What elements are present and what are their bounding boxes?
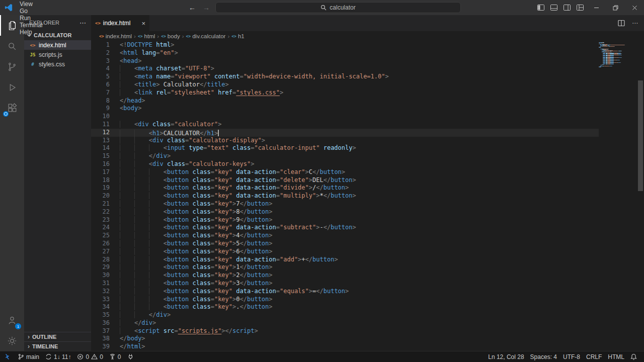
close-window-icon[interactable] bbox=[625, 0, 644, 15]
notifications[interactable] bbox=[627, 351, 640, 362]
toggle-secondary-sidebar-icon[interactable] bbox=[560, 0, 574, 15]
breadcrumb-html[interactable]: <>html bbox=[138, 33, 155, 39]
code-line-11[interactable]: 11 <div class="calculator"> bbox=[91, 121, 599, 129]
token: button bbox=[167, 288, 189, 295]
code-line-21[interactable]: 21 <button class="key">7</button> bbox=[91, 200, 599, 208]
code-line-37[interactable]: 37 <script src="scripts.js"></script> bbox=[91, 327, 599, 335]
code-line-39[interactable]: 39</html> bbox=[91, 343, 599, 351]
code-line-34[interactable]: 34 <button class="key">.</button> bbox=[91, 303, 599, 311]
line-content: </body> bbox=[110, 335, 145, 343]
editor-more-actions-icon[interactable]: ⋯ bbox=[632, 20, 638, 27]
toggle-sidebar-icon[interactable] bbox=[534, 0, 547, 15]
code-line-24[interactable]: 24 <button class="key" data-action="subt… bbox=[91, 224, 599, 232]
breadcrumb-h1[interactable]: <>h1 bbox=[231, 33, 244, 39]
command-center-search[interactable]: calculator bbox=[215, 2, 461, 13]
token: html bbox=[127, 343, 141, 350]
token: < bbox=[164, 303, 167, 310]
editor-scrollbar[interactable] bbox=[637, 41, 644, 351]
section-outline[interactable]: ›OUTLINE bbox=[24, 332, 91, 341]
code-line-26[interactable]: 26 <button class="key">5</button> bbox=[91, 240, 599, 248]
scrollbar-thumb[interactable] bbox=[638, 80, 643, 191]
code-line-6[interactable]: 6 <title> Calculator</title> bbox=[91, 81, 599, 89]
problems-status[interactable]: 0 0 bbox=[74, 351, 106, 362]
code-line-38[interactable]: 38</body> bbox=[91, 335, 599, 343]
code-line-1[interactable]: 1<!DOCTYPE html> bbox=[91, 41, 599, 49]
source-control-icon[interactable] bbox=[0, 56, 24, 77]
cursor-position[interactable]: Ln 12, Col 28 bbox=[485, 351, 527, 362]
menu-go[interactable]: Go bbox=[16, 8, 48, 15]
code-line-19[interactable]: 19 <button class="key" data-action="divi… bbox=[91, 184, 599, 192]
code-line-20[interactable]: 20 <button class="key" data-action="mult… bbox=[91, 192, 599, 200]
explorer-actions-icon[interactable]: ⋯ bbox=[79, 19, 86, 27]
breadcrumb-body[interactable]: <>body bbox=[161, 33, 180, 39]
nav-back-icon[interactable]: ← bbox=[187, 4, 197, 12]
code-line-13[interactable]: 13 <div class="calculator-display"> bbox=[91, 137, 599, 145]
code-line-14[interactable]: 14 <input type="text" class="calculator-… bbox=[91, 144, 599, 152]
code-line-8[interactable]: 8</head> bbox=[91, 97, 599, 105]
breadcrumb-div.calculator[interactable]: <>div.calculator bbox=[186, 33, 226, 39]
code-line-32[interactable]: 32 <button class="key" data-action="equa… bbox=[91, 288, 599, 296]
encoding[interactable]: UTF-8 bbox=[560, 351, 583, 362]
language-mode[interactable]: HTML bbox=[605, 351, 627, 362]
tab-index-html[interactable]: <> index.html × bbox=[91, 15, 149, 31]
menu-view[interactable]: View bbox=[16, 1, 48, 8]
settings-gear-icon[interactable] bbox=[0, 330, 24, 351]
accounts-icon[interactable]: 1 bbox=[0, 310, 24, 330]
code-line-7[interactable]: 7 <link rel="stylesheet" href="styles.cs… bbox=[91, 89, 599, 97]
code-line-18[interactable]: 18 <button class="key" data-action="dele… bbox=[91, 176, 599, 185]
remote-indicator[interactable] bbox=[0, 351, 15, 362]
code-line-4[interactable]: 4 <meta charset="UTF-8"> bbox=[91, 65, 599, 73]
indentation[interactable]: Spaces: 4 bbox=[527, 351, 560, 362]
ports-status[interactable]: 0 bbox=[106, 351, 124, 362]
extensions-icon[interactable] bbox=[0, 98, 24, 118]
live-server-status[interactable] bbox=[124, 351, 137, 362]
code-line-33[interactable]: 33 <button class="key">0</button> bbox=[91, 296, 599, 304]
file-index.html[interactable]: <>index.html bbox=[24, 40, 91, 50]
code-line-2[interactable]: 2<html lang="en"> bbox=[91, 49, 599, 57]
token: > bbox=[269, 303, 272, 310]
code-line-9[interactable]: 9<body> bbox=[91, 105, 599, 113]
file-scripts.js[interactable]: JSscripts.js bbox=[24, 50, 91, 59]
code-line-12[interactable]: 12 <h1>CALCULATOR</h1> bbox=[91, 129, 599, 137]
eol-sequence[interactable]: CRLF bbox=[583, 351, 605, 362]
token: meta bbox=[138, 65, 152, 72]
split-editor-icon[interactable] bbox=[618, 20, 625, 27]
nav-forward-icon[interactable]: → bbox=[201, 4, 211, 12]
code-line-22[interactable]: 22 <button class="key">8</button> bbox=[91, 208, 599, 216]
restore-icon[interactable] bbox=[606, 0, 625, 15]
sync-status[interactable]: 1↓ 11↑ bbox=[42, 351, 74, 362]
code-line-29[interactable]: 29 <button class="key">1</button> bbox=[91, 263, 599, 272]
customize-layout-icon[interactable] bbox=[574, 0, 587, 15]
code-line-10[interactable]: 10 bbox=[91, 113, 599, 121]
code-line-16[interactable]: 16 <div class="calculator-keys"> bbox=[91, 160, 599, 168]
code-line-27[interactable]: 27 <button class="key">6</button> bbox=[91, 248, 599, 256]
code-editor[interactable]: 1<!DOCTYPE html>2<html lang="en">3<head>… bbox=[91, 41, 644, 351]
status-bar: main 1↓ 11↑ 0 0 0 Ln 12, Col 28 Spaces bbox=[0, 351, 644, 362]
code-line-35[interactable]: 35 </div> bbox=[91, 311, 599, 319]
token bbox=[189, 176, 192, 184]
code-line-17[interactable]: 17 <button class="key" data-action="clea… bbox=[91, 168, 599, 176]
code-line-23[interactable]: 23 <button class="key">9</button> bbox=[91, 216, 599, 224]
run-debug-icon[interactable] bbox=[0, 77, 24, 98]
code-line-28[interactable]: 28 <button class="key" data-action="add"… bbox=[91, 256, 599, 264]
toggle-panel-icon[interactable] bbox=[547, 0, 560, 15]
code-line-25[interactable]: 25 <button class="key">4</button> bbox=[91, 232, 599, 240]
code-line-5[interactable]: 5 <meta name="viewport" content="width=d… bbox=[91, 73, 599, 81]
minimize-icon[interactable] bbox=[587, 0, 606, 15]
minimap[interactable] bbox=[599, 42, 637, 68]
branch-status[interactable]: main bbox=[15, 351, 42, 362]
code-line-30[interactable]: 30 <button class="key">2</button> bbox=[91, 272, 599, 280]
search-view-icon[interactable] bbox=[0, 36, 24, 56]
token: = bbox=[156, 49, 159, 56]
file-styles.css[interactable]: #styles.css bbox=[24, 59, 91, 69]
code-line-31[interactable]: 31 <button class="key">3</button> bbox=[91, 280, 599, 288]
tab-close-icon[interactable]: × bbox=[141, 20, 145, 27]
breadcrumb-index.html[interactable]: <>index.html bbox=[99, 33, 132, 39]
code-line-15[interactable]: 15 </div> bbox=[91, 152, 599, 160]
code-line-3[interactable]: 3<head> bbox=[91, 57, 599, 65]
section-timeline[interactable]: ›TIMELINE bbox=[24, 341, 91, 351]
code-line-36[interactable]: 36 </div> bbox=[91, 319, 599, 327]
explorer-icon[interactable] bbox=[0, 15, 24, 36]
token: > bbox=[305, 168, 309, 175]
token: "calculator-display" bbox=[189, 137, 262, 144]
